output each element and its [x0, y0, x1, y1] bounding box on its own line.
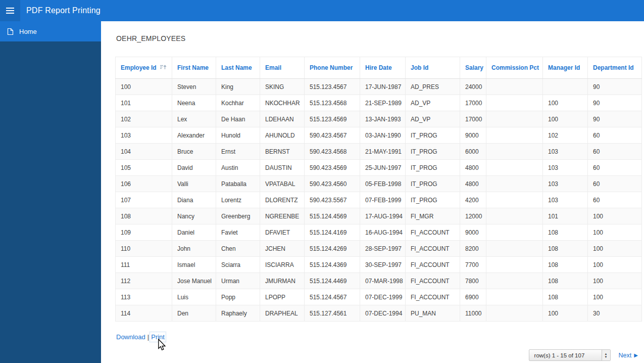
table-cell: Pataballa: [216, 176, 260, 192]
main-content: OEHR_EMPLOYEES Employee IdFirst NameLast…: [101, 21, 644, 363]
table-cell: Raphaely: [216, 305, 260, 322]
column-header-department-id[interactable]: Department Id: [588, 57, 642, 79]
table-cell: 17-AUG-1994: [360, 208, 406, 224]
table-cell: 515.123.4567: [305, 79, 360, 95]
table-cell: 103: [543, 144, 588, 160]
table-cell: Urman: [216, 273, 260, 289]
table-cell: 16-AUG-1994: [360, 224, 406, 241]
sidebar-item-home[interactable]: Home: [0, 21, 101, 41]
table-cell: Popp: [216, 289, 260, 305]
table-cell: 7800: [460, 273, 486, 289]
next-page-link[interactable]: Next ▶: [619, 352, 638, 359]
table-cell: SKING: [260, 79, 305, 95]
table-cell: 60: [588, 127, 642, 144]
table-cell: David: [172, 160, 216, 176]
table-row: 110JohnChenJCHEN515.124.426928-SEP-1997F…: [116, 241, 642, 257]
column-header-label: Last Name: [221, 64, 252, 71]
table-cell: 100: [588, 208, 642, 224]
next-page-label: Next: [619, 352, 632, 359]
table-cell: 106: [116, 176, 172, 192]
table-cell: NGREENBE: [260, 208, 305, 224]
table-cell: 103: [116, 127, 172, 144]
table-cell: 100: [588, 224, 642, 241]
table-cell: [486, 144, 543, 160]
column-header-commission-pct[interactable]: Commission Pct: [486, 57, 543, 79]
table-cell: 515.124.4269: [305, 241, 360, 257]
table-cell: [543, 79, 588, 95]
table-cell: LDEHAAN: [260, 111, 305, 127]
table-cell: 21-SEP-1989: [360, 95, 406, 111]
table-cell: Luis: [172, 289, 216, 305]
table-cell: 17000: [460, 111, 486, 127]
table-cell: 11000: [460, 305, 486, 322]
table-cell: FI_MGR: [406, 208, 460, 224]
table-cell: Bruce: [172, 144, 216, 160]
column-header-job-id[interactable]: Job Id: [406, 57, 460, 79]
sidebar-item-label: Home: [19, 28, 37, 35]
column-header-phone-number[interactable]: Phone Number: [305, 57, 360, 79]
table-cell: FI_ACCOUNT: [406, 257, 460, 273]
column-header-label: First Name: [177, 64, 209, 71]
table-cell: 60: [588, 144, 642, 160]
region-title: OEHR_EMPLOYEES: [116, 34, 185, 42]
table-cell: 113: [116, 289, 172, 305]
table-cell: IT_PROG: [406, 192, 460, 208]
table-row: 109DanielFavietDFAVIET515.124.416916-AUG…: [116, 224, 642, 241]
table-row: 114DenRaphaelyDRAPHEAL515.127.456107-DEC…: [116, 305, 642, 322]
table-cell: IT_PROG: [406, 144, 460, 160]
table-cell: Ernst: [216, 144, 260, 160]
table-cell: 07-DEC-1994: [360, 305, 406, 322]
table-cell: AHUNOLD: [260, 127, 305, 144]
table-cell: 590.423.5567: [305, 192, 360, 208]
pagination-range-label: row(s) 1 - 15 of 107: [529, 352, 590, 358]
column-header-salary[interactable]: Salary: [460, 57, 486, 79]
stepper-icon[interactable]: ▲ ▼: [602, 350, 610, 360]
table-cell: DFAVIET: [260, 224, 305, 241]
table-cell: 515.124.4169: [305, 224, 360, 241]
column-header-label: Manager Id: [548, 64, 580, 71]
download-link[interactable]: Download: [116, 333, 145, 341]
table-cell: DRAPHEAL: [260, 305, 305, 322]
table-cell: 07-MAR-1998: [360, 273, 406, 289]
table-row: 103AlexanderHunoldAHUNOLD590.423.456703-…: [116, 127, 642, 144]
links-separator: |: [147, 333, 149, 341]
table-cell: Jose Manuel: [172, 273, 216, 289]
nav-menu-button[interactable]: [0, 0, 20, 21]
table-row: 106ValliPataballaVPATABAL590.423.456005-…: [116, 176, 642, 192]
hamburger-icon: [6, 6, 14, 15]
table-cell: Hunold: [216, 127, 260, 144]
table-cell: [486, 208, 543, 224]
column-header-hire-date[interactable]: Hire Date: [360, 57, 406, 79]
table-cell: 30-SEP-1997: [360, 257, 406, 273]
column-header-email[interactable]: Email: [260, 57, 305, 79]
table-cell: 21-MAY-1991: [360, 144, 406, 160]
column-header-employee-id[interactable]: Employee Id: [116, 57, 172, 79]
table-cell: Lex: [172, 111, 216, 127]
table-cell: IT_PROG: [406, 160, 460, 176]
pagination-rows-select[interactable]: row(s) 1 - 15 of 107 ▲ ▼: [529, 349, 611, 361]
print-link[interactable]: Print: [151, 333, 165, 341]
column-header-label: Job Id: [411, 64, 428, 71]
table-cell: 590.423.4560: [305, 176, 360, 192]
table-cell: ISCIARRA: [260, 257, 305, 273]
column-header-first-name[interactable]: First Name: [172, 57, 216, 79]
table-cell: 108: [543, 241, 588, 257]
column-header-last-name[interactable]: Last Name: [216, 57, 260, 79]
column-header-manager-id[interactable]: Manager Id: [543, 57, 588, 79]
mouse-cursor-icon: [158, 339, 166, 353]
table-cell: 90: [588, 111, 642, 127]
table-cell: Neena: [172, 95, 216, 111]
table-row: 104BruceErnstBERNST590.423.456821-MAY-19…: [116, 144, 642, 160]
table-cell: 9000: [460, 127, 486, 144]
table-row: 100StevenKingSKING515.123.456717-JUN-198…: [116, 79, 642, 95]
table-cell: DLORENTZ: [260, 192, 305, 208]
table-cell: [486, 192, 543, 208]
table-cell: 07-DEC-1999: [360, 289, 406, 305]
table-cell: 105: [116, 160, 172, 176]
table-cell: [486, 127, 543, 144]
table-cell: NKOCHHAR: [260, 95, 305, 111]
table-row: 107DianaLorentzDLORENTZ590.423.556707-FE…: [116, 192, 642, 208]
table-cell: 100: [588, 241, 642, 257]
table-row: 112Jose ManuelUrmanJMURMAN515.124.446907…: [116, 273, 642, 289]
table-cell: 590.423.4568: [305, 144, 360, 160]
